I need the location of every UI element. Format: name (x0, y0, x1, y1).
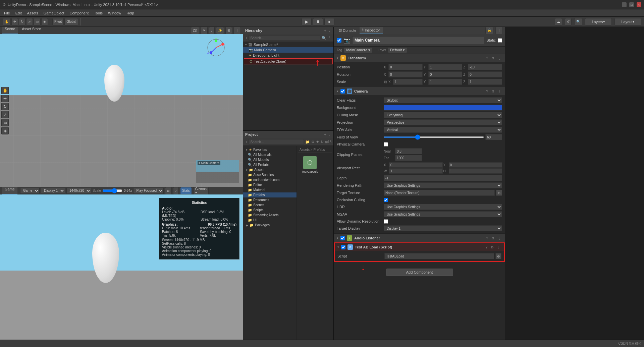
scale-y-input[interactable] (428, 79, 463, 85)
scene-dotmenu-btn[interactable]: ⋮ (233, 27, 241, 34)
pos-y-input[interactable] (428, 64, 463, 70)
hierarchy-item-dirlight[interactable]: ☀ Directional Light (243, 53, 333, 58)
project-add-btn[interactable]: + (324, 132, 326, 136)
inspector-menu-btn[interactable]: ⋮ (495, 27, 503, 34)
toolbar-move-btn[interactable]: ✛ (11, 18, 18, 25)
project-folder-btn[interactable]: 📁 (305, 140, 310, 144)
far-input[interactable] (395, 155, 422, 161)
layer-value-dropdown[interactable]: Default ▾ (388, 48, 407, 53)
cloud-btn[interactable]: ☁ (555, 18, 562, 25)
transform-header[interactable]: ▾ ⊕ Transform ? ⚙ ⋮ (334, 54, 505, 62)
tab-game[interactable]: Game (2, 187, 17, 194)
scale-x-input[interactable] (393, 79, 423, 85)
menu-window[interactable]: Window (105, 9, 124, 16)
project-search-input[interactable] (249, 139, 304, 144)
static-checkbox[interactable] (498, 38, 502, 43)
project-streaming[interactable]: 📁 StreamingAssets (243, 213, 297, 218)
audio-menu-btn[interactable]: ⋮ (497, 236, 502, 240)
occulsioncull-checkbox[interactable] (384, 198, 388, 202)
scene-fx-btn[interactable]: ✨ (216, 27, 224, 34)
toolbar-rect-btn[interactable]: ▭ (34, 18, 41, 25)
project-scenes[interactable]: 📁 Scenes (243, 203, 297, 208)
allowdynamic-checkbox[interactable] (384, 219, 388, 224)
toolbar-transform-btn[interactable]: ◈ (41, 18, 48, 25)
rot-z-input[interactable] (468, 71, 502, 77)
fov-slider[interactable] (384, 136, 484, 138)
object-active-checkbox[interactable] (337, 38, 341, 43)
hierarchy-dots-btn[interactable]: ⋮ (328, 36, 331, 40)
testabload-settings-btn[interactable]: ⚙ (490, 245, 495, 249)
tab-console[interactable]: ⊡ Console (336, 27, 359, 34)
search-btn[interactable]: 🔍 (574, 18, 582, 25)
testabload-help-btn[interactable]: ? (484, 245, 488, 249)
scene-gizmos-btn[interactable]: ⊞ (225, 27, 232, 34)
tool-rotate[interactable]: ↻ (1, 103, 9, 110)
menu-help[interactable]: Help (124, 9, 137, 16)
project-settings-btn[interactable]: ⚙ (311, 140, 315, 144)
near-input[interactable] (395, 148, 422, 154)
menu-tools[interactable]: Tools (91, 9, 105, 16)
vr-h-input[interactable] (449, 168, 502, 174)
vr-y-input[interactable] (449, 162, 502, 168)
project-allmaterials-item[interactable]: 🔍 All Materials (243, 152, 297, 157)
hierarchy-menu-btn[interactable]: ⋮ (328, 28, 331, 33)
tab-inspector[interactable]: ℹ Inspector (360, 27, 382, 34)
toolbar-pivot-btn[interactable]: Pivot (52, 18, 64, 25)
scale-z-input[interactable] (468, 79, 502, 85)
menu-component[interactable]: Component (67, 9, 91, 16)
add-component-button[interactable]: Add Component (386, 269, 453, 276)
project-scripts[interactable]: 📁 Scripts (243, 208, 297, 213)
hierarchy-item-maincamera[interactable]: 📷 Main Camera (243, 47, 333, 53)
background-color-swatch[interactable] (384, 105, 502, 111)
testabload-header[interactable]: ▾ # Test AB Load (Script) ? ⚙ ⋮ (335, 243, 504, 251)
game-scale-slider[interactable] (102, 188, 122, 193)
project-codeandweb[interactable]: 📁 codeandweb.com (243, 177, 297, 182)
game-res-select[interactable]: 1440x720 (66, 188, 91, 194)
project-material[interactable]: 📁 Material (243, 187, 297, 192)
project-allmodels-item[interactable]: 🔍 All Models (243, 157, 297, 162)
tool-move[interactable]: ✛ (1, 95, 9, 102)
transform-help-btn[interactable]: ? (485, 56, 489, 60)
tool-scale[interactable]: ⤢ (1, 111, 9, 118)
rot-y-input[interactable] (428, 71, 463, 77)
inspector-lock-btn[interactable]: 🔒 (485, 27, 493, 34)
project-assets-root[interactable]: ▾ 📁 Assets (243, 167, 297, 172)
layout-dropdown[interactable]: Layout ▾ (614, 18, 641, 25)
pos-x-input[interactable] (388, 64, 423, 70)
msaa-dropdown[interactable]: Use Graphics Settings (384, 211, 502, 217)
vr-w-input[interactable] (389, 168, 443, 174)
scene-light-btn[interactable]: ☀ (201, 27, 208, 34)
menu-file[interactable]: File (1, 9, 13, 16)
minimize-button[interactable]: ─ (622, 2, 627, 7)
scene-2d-btn[interactable]: 2D (191, 27, 199, 34)
project-allprefabs-item[interactable]: 🔍 All Prefabs (243, 162, 297, 167)
fov-input[interactable] (485, 134, 502, 140)
script-pick-btn[interactable]: ⊙ (495, 253, 501, 259)
hierarchy-item-testcapsule[interactable]: ⬡ TestCapsule(Clone) (244, 58, 333, 64)
hdr-dropdown[interactable]: Use Graphics Settings (384, 204, 502, 210)
toolbar-scale-btn[interactable]: ⤢ (26, 18, 33, 25)
audio-settings-btn[interactable]: ⚙ (490, 236, 495, 240)
pos-z-input[interactable] (468, 64, 502, 70)
project-add-icon[interactable]: + (245, 140, 247, 144)
menu-assets[interactable]: Assets (24, 9, 41, 16)
maximize-button[interactable]: □ (629, 2, 634, 7)
targettexture-input[interactable] (384, 190, 495, 196)
close-button[interactable]: ✕ (637, 2, 641, 7)
script-input[interactable] (384, 253, 494, 259)
game-gizmos-btn[interactable]: Gizmos ▾ (193, 187, 209, 194)
project-prefabs[interactable]: 📁 Prefabs (243, 192, 297, 197)
tab-scene[interactable]: Scene (2, 27, 18, 34)
transform-menu-btn[interactable]: ⋮ (497, 56, 502, 60)
project-ui[interactable]: 📁 UI (243, 218, 297, 223)
step-button[interactable]: ⏭ (324, 18, 334, 25)
targettexture-pick-btn[interactable]: ⊙ (496, 190, 502, 196)
layers-dropdown[interactable]: Layers ▾ (585, 18, 612, 25)
camera-header[interactable]: ▾ 🎥 Camera ? ⚙ ⋮ (334, 87, 505, 95)
transform-settings-btn[interactable]: ⚙ (490, 56, 495, 60)
audio-help-btn[interactable]: ? (485, 236, 489, 240)
hierarchy-add-icon[interactable]: + (245, 36, 247, 40)
tag-value-dropdown[interactable]: MainCamera ▾ (344, 48, 372, 53)
cullingmask-dropdown[interactable]: Everything (384, 112, 502, 118)
project-resources[interactable]: 📁 Resources (243, 197, 297, 203)
